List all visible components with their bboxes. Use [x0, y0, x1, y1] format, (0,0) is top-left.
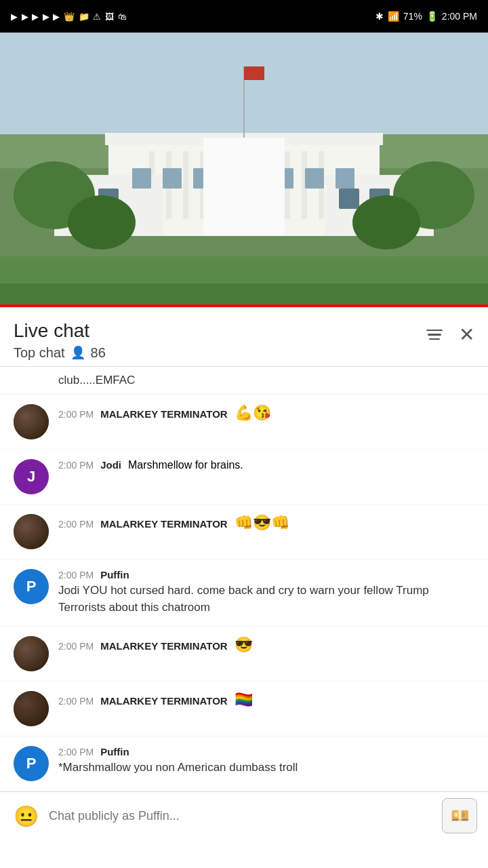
filter-line-1 [426, 330, 443, 332]
status-bar: ▶ ▶ ▶ ▶ ▶ 👑 📁 ⚠ 🖼 🛍 ✱ 📶 71% 🔋 2:00 PM [0, 0, 488, 33]
message-time: 2:00 PM [58, 519, 94, 530]
avatar: P [14, 569, 49, 604]
table-row: P 2:00 PM Puffin *Marshmallow you non Am… [0, 736, 488, 791]
message-meta: 2:00 PM MALARKEY TERMINATOR 👊😎👊 [58, 514, 474, 532]
message-meta: 2:00 PM Puffin [58, 569, 474, 580]
chat-header-left: Live chat Top chat 👤 86 [14, 319, 106, 361]
progress-bar[interactable] [0, 304, 488, 307]
message-content: 2:00 PM MALARKEY TERMINATOR 💪😘 [58, 404, 474, 422]
avatar-letter: J [27, 468, 35, 486]
emoji-face-icon: 😐 [14, 804, 39, 828]
message-time: 2:00 PM [58, 409, 94, 420]
svg-point-33 [68, 195, 136, 250]
svg-rect-6 [183, 151, 188, 219]
bluetooth-icon: ✱ [375, 11, 384, 22]
svg-rect-26 [305, 168, 324, 189]
message-time: 2:00 PM [58, 460, 94, 471]
message-time: 2:00 PM [58, 747, 94, 757]
status-bar-right: ✱ 📶 71% 🔋 2:00 PM [375, 11, 477, 22]
svg-rect-20 [339, 189, 359, 209]
message-text-inline: Marshmellow for brains. [128, 459, 243, 471]
table-row: 2:00 PM MALARKEY TERMINATOR 😎 [0, 627, 488, 682]
message-time: 2:00 PM [58, 641, 94, 652]
time-display: 2:00 PM [442, 11, 477, 22]
message-text: Jodi YOU hot cursed hard. come back and … [58, 582, 474, 616]
message-content: 2:00 PM Puffin Jodi YOU hot cursed hard.… [58, 569, 474, 616]
message-author: Puffin [100, 569, 129, 580]
message-meta: 2:00 PM MALARKEY TERMINATOR 🏳️‍🌈 [58, 691, 474, 709]
message-emoji: 👊😎👊 [235, 514, 289, 532]
message-content: 2:00 PM MALARKEY TERMINATOR 🏳️‍🌈 [58, 691, 474, 709]
avatar [14, 691, 49, 726]
filter-button[interactable] [426, 330, 443, 340]
avatar-letter: P [26, 755, 37, 772]
svg-rect-28 [203, 138, 285, 236]
message-time: 2:00 PM [58, 696, 94, 707]
svg-point-34 [352, 195, 420, 250]
message-author: MALARKEY TERMINATOR [100, 408, 228, 420]
video-area[interactable] [0, 33, 488, 307]
top-chat-row: Top chat 👤 86 [14, 345, 106, 361]
message-author: Puffin [100, 746, 129, 757]
message-author: MALARKEY TERMINATOR [100, 640, 228, 652]
message-content: 2:00 PM MALARKEY TERMINATOR 👊😎👊 [58, 514, 474, 532]
message-content: 2:00 PM Puffin *Marshmallow you non Amer… [58, 746, 474, 776]
status-bar-left: ▶ ▶ ▶ ▶ ▶ 👑 📁 ⚠ 🖼 🛍 [11, 12, 127, 22]
message-text: *Marshmallow you non American dumbass tr… [58, 759, 474, 776]
message-emoji: 🏳️‍🌈 [235, 691, 253, 709]
users-icon: 👤 [70, 345, 85, 360]
notification-icons: ▶ ▶ ▶ ▶ ▶ 👑 📁 ⚠ 🖼 🛍 [11, 12, 127, 22]
message-author: Jodi [100, 459, 121, 471]
avatar-letter: P [26, 578, 37, 595]
table-row: 2:00 PM MALARKEY TERMINATOR 👊😎👊 [0, 505, 488, 559]
svg-rect-30 [244, 66, 264, 80]
message-author: MALARKEY TERMINATOR [100, 695, 228, 707]
filter-line-2 [428, 334, 441, 336]
message-emoji: 😎 [235, 636, 253, 654]
chat-input-bar: 😐 💴 [0, 791, 488, 840]
message-meta: 2:00 PM Jodi Marshmellow for brains. [58, 459, 474, 471]
chat-input[interactable] [49, 809, 434, 823]
svg-rect-36 [0, 283, 488, 307]
emoji-button[interactable]: 😐 [11, 801, 41, 831]
chat-panel: Live chat Top chat 👤 86 ✕ club.....EMFAC [0, 307, 488, 840]
chat-header: Live chat Top chat 👤 86 ✕ [0, 307, 488, 367]
battery-percent: 71% [403, 11, 422, 22]
user-count: 86 [91, 345, 106, 361]
avatar: J [14, 459, 49, 494]
avatar [14, 636, 49, 671]
message-content: 2:00 PM MALARKEY TERMINATOR 😎 [58, 636, 474, 654]
video-content [0, 33, 488, 307]
avatar [14, 514, 49, 549]
svg-rect-22 [132, 168, 151, 189]
message-author: MALARKEY TERMINATOR [100, 518, 228, 530]
avatar [14, 404, 49, 439]
battery-icon: 🔋 [426, 11, 438, 22]
message-meta: 2:00 PM Puffin [58, 746, 474, 757]
message-time: 2:00 PM [58, 570, 94, 580]
svg-rect-27 [336, 168, 354, 189]
table-row: J 2:00 PM Jodi Marshmellow for brains. [0, 450, 488, 505]
message-emoji: 💪😘 [235, 404, 271, 422]
top-chat-label[interactable]: Top chat [14, 345, 65, 361]
table-row: P 2:00 PM Puffin Jodi YOU hot cursed har… [0, 559, 488, 627]
wifi-icon: 📶 [388, 11, 399, 22]
table-row: 2:00 PM MALARKEY TERMINATOR 🏳️‍🌈 [0, 682, 488, 736]
send-icon: 💴 [451, 807, 469, 825]
message-meta: 2:00 PM MALARKEY TERMINATOR 💪😘 [58, 404, 474, 422]
message-meta: 2:00 PM MALARKEY TERMINATOR 😎 [58, 636, 474, 654]
avatar: P [14, 746, 49, 781]
send-button[interactable]: 💴 [442, 798, 477, 833]
svg-rect-23 [163, 168, 182, 189]
close-button[interactable]: ✕ [459, 323, 474, 346]
partial-message-text: club.....EMFAC [58, 374, 135, 387]
chat-messages: 2:00 PM MALARKEY TERMINATOR 💪😘 J 2:00 PM… [0, 395, 488, 791]
live-chat-title: Live chat [14, 319, 106, 342]
chat-header-actions: ✕ [426, 319, 474, 346]
filter-line-3 [429, 338, 440, 340]
partial-message: club.....EMFAC [0, 367, 488, 395]
message-content: 2:00 PM Jodi Marshmellow for brains. [58, 459, 474, 471]
table-row: 2:00 PM MALARKEY TERMINATOR 💪😘 [0, 395, 488, 450]
